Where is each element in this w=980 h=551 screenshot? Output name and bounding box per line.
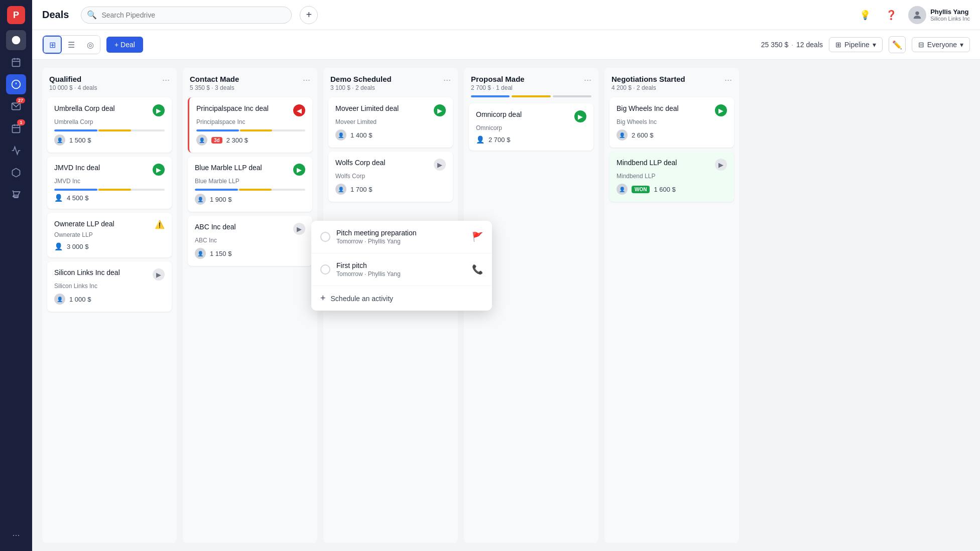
activity-content: Pitch meeting preparation Tomorrow · Phy… [336, 229, 466, 245]
card-avatar: 👤 [335, 129, 346, 141]
card-umbrella-corp[interactable]: Umbrella Corp deal ▶ Umbrella Corp 👤 1 5… [47, 97, 172, 153]
column-menu-contact-made[interactable]: ··· [303, 75, 310, 85]
sidebar-item-products[interactable] [6, 163, 26, 183]
card-title: Wolfs Corp deal [335, 159, 430, 167]
search-bar: 🔍 [81, 7, 292, 24]
column-header-proposal-made: Proposal Made 2 700 $ · 1 deal ··· [464, 68, 598, 95]
card-big-wheels[interactable]: Big Wheels Inc deal ▶ Big Wheels Inc 👤 2… [609, 97, 734, 148]
column-negotiations-started: Negotiations Started 4 200 $ · 2 deals ·… [604, 68, 739, 543]
card-company: ABC Inc [195, 237, 305, 244]
card-footer: 👤 WON 1 600 $ [617, 184, 727, 195]
column-menu-negotiations-started[interactable]: ··· [724, 75, 732, 85]
card-company: Mindbend LLP [617, 173, 727, 180]
edit-pipeline-button[interactable]: ✏️ [889, 36, 906, 53]
column-menu-qualified[interactable]: ··· [162, 75, 170, 85]
column-header-negotiations-started: Negotiations Started 4 200 $ · 2 deals ·… [604, 68, 739, 95]
svg-rect-1 [13, 59, 20, 66]
plus-icon: + [320, 293, 326, 304]
filter-chevron: ▾ [960, 41, 963, 49]
add-deal-button[interactable]: + Deal [106, 37, 143, 53]
card-moveer-limited[interactable]: Moveer Limited deal ▶ Moveer Limited 👤 1… [328, 97, 453, 148]
help-icon[interactable]: ❓ [882, 6, 900, 24]
sidebar-more[interactable]: ··· [6, 525, 26, 545]
filter-label: Everyone [927, 41, 957, 49]
card-avatar: 👤 [195, 248, 206, 259]
card-principalspace[interactable]: Principalspace Inc deal ◀ Principalspace… [188, 97, 312, 153]
activity-checkbox[interactable] [320, 264, 330, 274]
card-footer: 👤 4 500 $ [54, 194, 165, 202]
sidebar-item-calendar[interactable]: 1 [6, 118, 26, 139]
toolbar: ⊞ ☰ ◎ + Deal 25 350 $ · 12 deals ⊞ Pipel… [32, 30, 980, 60]
activity-item-pitch-meeting[interactable]: Pitch meeting preparation Tomorrow · Phy… [311, 221, 492, 253]
app-logo[interactable]: P [7, 6, 25, 24]
sidebar-item-activities[interactable] [6, 52, 26, 72]
warning-icon: ⚠️ [155, 220, 165, 229]
column-header-demo-scheduled: Demo Scheduled 3 100 $ · 2 deals ··· [323, 68, 458, 95]
card-avatar: 👤 [54, 294, 65, 305]
card-arrow: ▶ [574, 110, 586, 122]
sidebar-item-reports[interactable] [6, 141, 26, 161]
user-name: Phyllis Yang [930, 8, 970, 16]
pipeline-selector[interactable]: ⊞ Pipeline ▾ [829, 37, 883, 52]
card-arrow: ▶ [434, 159, 446, 171]
filter-button[interactable]: ⊟ Everyone ▾ [912, 37, 970, 52]
progress-bar [54, 129, 165, 131]
svg-point-13 [915, 11, 919, 15]
card-mindbend-llp[interactable]: Mindbend LLP deal ▶ Mindbend LLP 👤 WON 1… [609, 152, 734, 202]
column-menu-proposal-made[interactable]: ··· [584, 75, 591, 85]
column-title-contact-made: Contact Made [190, 75, 239, 83]
sidebar-item-deals[interactable] [6, 74, 26, 94]
column-menu-demo-scheduled[interactable]: ··· [443, 75, 451, 85]
card-arrow: ▶ [153, 104, 165, 116]
column-body-demo-scheduled: Moveer Limited deal ▶ Moveer Limited 👤 1… [323, 95, 458, 207]
activity-meta: Tomorrow · Phyllis Yang [336, 270, 466, 278]
user-profile[interactable]: Phyllis Yang Silicon Links Inc [908, 6, 970, 24]
deals-count: 12 deals [796, 41, 823, 49]
card-title: ABC Inc deal [195, 223, 289, 231]
add-button[interactable]: + [300, 6, 318, 24]
avatar [908, 6, 926, 24]
column-meta-negotiations-started: 4 200 $ · 2 deals [611, 84, 685, 91]
sidebar-item-marketplace[interactable] [6, 185, 26, 205]
card-blue-marble[interactable]: Blue Marble LLP deal ▶ Blue Marble LLP 👤… [188, 157, 312, 212]
search-icon: 🔍 [87, 10, 97, 20]
activity-checkbox[interactable] [320, 232, 330, 242]
progress-bar [196, 129, 305, 131]
flag-icon: 🚩 [472, 231, 483, 242]
card-wolfs-corp[interactable]: Wolfs Corp deal ▶ Wolfs Corp 👤 1 700 $ [328, 152, 453, 202]
won-badge: WON [632, 186, 650, 193]
lightbulb-icon[interactable]: 💡 [856, 6, 874, 24]
card-footer: 👤 3d 2 300 $ [196, 134, 305, 146]
header: Deals 🔍 + 💡 ❓ Phyllis Yang Silicon Links… [32, 0, 980, 30]
card-jmvd-inc[interactable]: JMVD Inc deal ▶ JMVD Inc 👤 4 500 $ [47, 157, 172, 209]
card-silicon-links[interactable]: Silicon Links Inc deal ▶ Silicon Links I… [47, 261, 172, 312]
sidebar-item-home[interactable] [6, 30, 26, 50]
card-omnicorp[interactable]: Omnicorp deal ▶ Omnicorp 👤 2 700 $ [469, 103, 593, 151]
svg-rect-9 [13, 125, 20, 132]
forecast-view-button[interactable]: ◎ [81, 36, 100, 54]
column-contact-made: Contact Made 5 350 $ · 3 deals ··· Princ… [183, 68, 317, 543]
activity-content: First pitch Tomorrow · Phyllis Yang [336, 261, 466, 278]
card-amount: 2 600 $ [632, 131, 653, 139]
schedule-label: Schedule an activity [331, 295, 394, 303]
card-abc-inc[interactable]: ABC Inc deal ▶ ABC Inc 👤 1 150 $ [188, 216, 312, 266]
column-body-negotiations-started: Big Wheels Inc deal ▶ Big Wheels Inc 👤 2… [604, 95, 739, 207]
schedule-activity-link[interactable]: + Schedule an activity [311, 286, 492, 311]
card-avatar: 👤 [195, 194, 206, 205]
pipeline-chevron: ▾ [873, 41, 876, 49]
search-input[interactable] [81, 7, 292, 24]
card-amount: 1 900 $ [210, 196, 231, 203]
board-view-button[interactable]: ⊞ [43, 36, 62, 54]
card-company: JMVD Inc [54, 178, 165, 185]
card-company: Wolfs Corp [335, 173, 446, 180]
list-view-button[interactable]: ☰ [62, 36, 81, 54]
card-amount: 1 700 $ [350, 186, 372, 193]
sidebar: P 27 1 ··· [0, 0, 32, 551]
card-ownerate-llp[interactable]: Ownerate LLP deal ⚠️ Ownerate LLP 👤 3 00… [47, 213, 172, 257]
activity-meta: Tomorrow · Phyllis Yang [336, 238, 466, 245]
sidebar-item-mail[interactable]: 27 [6, 96, 26, 116]
kanban-board: Qualified 10 000 $ · 4 deals ··· Umbrell… [32, 60, 980, 551]
person-icon: 👤 [54, 242, 63, 250]
pipeline-label: Pipeline [844, 41, 870, 49]
activity-item-first-pitch[interactable]: First pitch Tomorrow · Phyllis Yang 📞 [311, 253, 492, 286]
